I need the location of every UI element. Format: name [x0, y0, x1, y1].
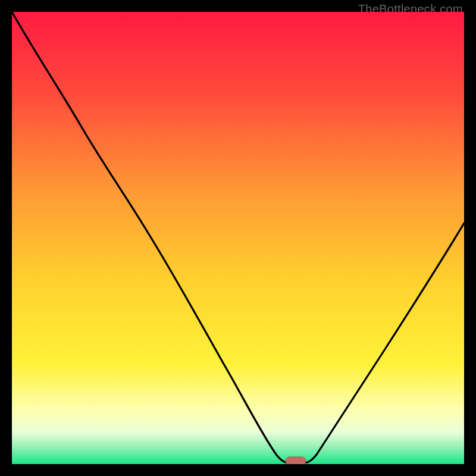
bottleneck-chart	[12, 12, 464, 464]
optimal-marker	[286, 457, 306, 464]
gradient-background	[12, 12, 464, 464]
chart-svg	[12, 12, 464, 464]
